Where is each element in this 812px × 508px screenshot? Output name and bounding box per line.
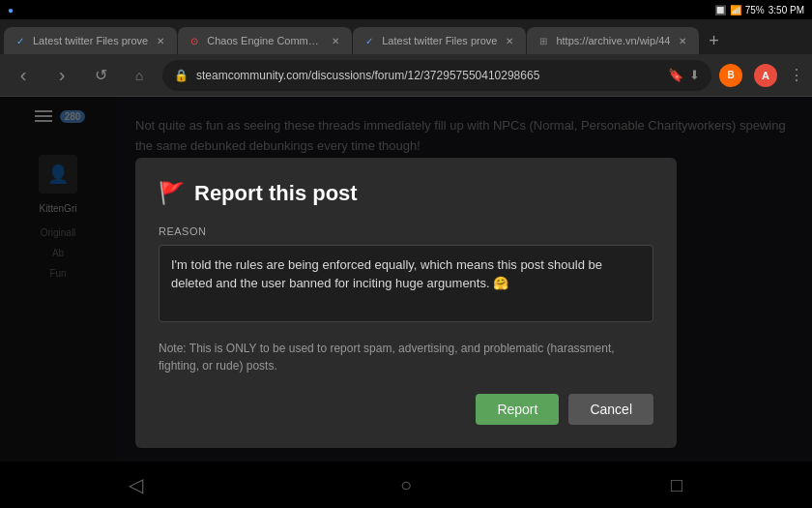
url-text: steamcommunity.com/discussions/forum/12/… (196, 69, 660, 82)
report-button[interactable]: Report (476, 394, 559, 425)
status-dot-icon: ● (8, 5, 14, 15)
tab-1[interactable]: ✓ Latest twitter Files prove ✕ (4, 27, 177, 54)
tab-3-close-button[interactable]: ✕ (503, 34, 516, 47)
lock-icon: 🔒 (174, 69, 188, 82)
modal-buttons: Report Cancel (159, 394, 653, 425)
signal-icon: 🔲 (714, 5, 726, 15)
page-content: 280 👤 KittenGri Originall Ab Fun Not qui… (0, 97, 812, 508)
menu-button[interactable]: ⋮ (789, 66, 804, 84)
tab-3-favicon: ✓ (362, 34, 376, 47)
report-modal: 🚩 Report this post REASON I'm told the r… (135, 158, 677, 448)
status-right: 🔲 📶 75% 3:50 PM (714, 5, 804, 15)
tab-1-label: Latest twitter Files prove (33, 35, 148, 46)
browser-chrome: ✓ Latest twitter Files prove ✕ ⊙ Chaos E… (0, 19, 812, 97)
status-left: ● (8, 5, 14, 15)
tab-4[interactable]: ⊞ https://archive.vn/wip/44 ✕ (527, 27, 699, 54)
brave-icon[interactable]: B (719, 64, 742, 87)
add-tab-button[interactable]: + (700, 27, 727, 54)
download-icon[interactable]: ⬇ (689, 68, 700, 82)
reason-label: REASON (159, 225, 653, 237)
modal-note: Note: This is ONLY to be used to report … (159, 340, 653, 374)
modal-overlay: 🚩 Report this post REASON I'm told the r… (0, 97, 812, 508)
tab-1-close-button[interactable]: ✕ (154, 34, 167, 47)
tab-2-label: Chaos Engine Community (207, 35, 323, 46)
flag-icon: 🚩 (159, 181, 185, 206)
tab-1-favicon: ✓ (14, 34, 27, 47)
tab-2[interactable]: ⊙ Chaos Engine Community ✕ (178, 27, 352, 54)
address-input[interactable]: 🔒 steamcommunity.com/discussions/forum/1… (162, 60, 711, 91)
reload-button[interactable]: ↺ (85, 60, 116, 91)
home-button[interactable]: ⌂ (124, 60, 155, 91)
modal-title: 🚩 Report this post (159, 181, 653, 206)
tab-4-close-button[interactable]: ✕ (676, 34, 689, 47)
reason-textarea[interactable]: I'm told the rules are being enforced eq… (159, 245, 653, 322)
tab-2-favicon: ⊙ (188, 34, 201, 47)
address-bar: ‹ › ↺ ⌂ 🔒 steamcommunity.com/discussions… (0, 54, 812, 97)
battery-text: 75% (745, 5, 765, 15)
status-bar: ● 🔲 📶 75% 3:50 PM (0, 0, 812, 19)
back-button[interactable]: ‹ (8, 60, 39, 91)
cancel-button[interactable]: Cancel (568, 394, 653, 425)
tab-bar: ✓ Latest twitter Files prove ✕ ⊙ Chaos E… (0, 19, 812, 54)
modal-title-text: Report this post (194, 181, 358, 206)
avatar-button[interactable]: A (750, 60, 781, 91)
address-right-icons: 🔖 ⬇ (668, 68, 700, 82)
tab-3-label: Latest twitter Files prove (382, 35, 497, 46)
tab-4-favicon: ⊞ (536, 34, 550, 47)
tab-3[interactable]: ✓ Latest twitter Files prove ✕ (353, 27, 526, 54)
bookmark-icon[interactable]: 🔖 (668, 68, 683, 82)
time-text: 3:50 PM (768, 5, 804, 15)
forward-button[interactable]: › (46, 60, 77, 91)
tab-2-close-button[interactable]: ✕ (329, 34, 342, 47)
tab-4-label: https://archive.vn/wip/44 (556, 35, 670, 46)
wifi-icon: 📶 (730, 5, 741, 15)
